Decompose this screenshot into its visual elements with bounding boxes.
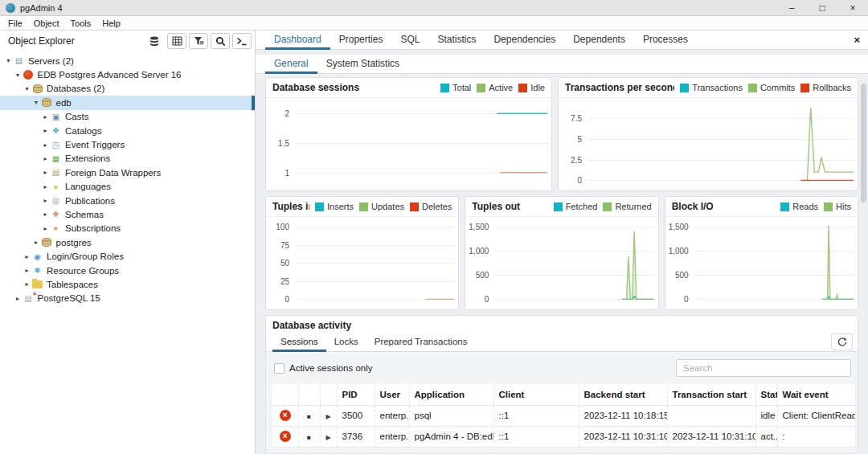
tree-item-label: Languages [62,182,111,191]
dashboard-scrollbar[interactable] [861,84,866,202]
expand-row-icon[interactable]: ▶ [326,413,330,420]
expand-row-icon[interactable]: ▶ [326,434,330,441]
collapse-arrow-icon[interactable]: ▾ [4,57,13,64]
tree-item-tablespaces[interactable]: ▸Tablespaces [0,277,255,291]
y-axis-labels: 21.51 [266,103,293,183]
expand-arrow-icon[interactable]: ▸ [41,225,50,232]
tree-item-label: Databases (2) [43,84,104,93]
menu-tools[interactable]: Tools [65,18,97,28]
maximize-button[interactable]: □ [807,0,837,15]
legend-label: Deletes [422,202,452,211]
column-header-transaction-start[interactable]: Transaction start [667,384,755,405]
menu-object[interactable]: Object [28,18,65,28]
tree-item-event-triggers[interactable]: ▸◳Event Triggers [0,137,255,151]
tab-dependents[interactable]: Dependents [564,31,634,50]
tree-item-edb[interactable]: ▾edb [0,96,255,109]
tree-item-databases-2[interactable]: ▾Databases (2) [0,82,255,96]
chart-panel-database-sessions: Database sessionsTotalActiveIdle21.51 [265,77,552,191]
expand-arrow-icon[interactable]: ▸ [41,169,50,176]
search-icon[interactable] [211,33,230,49]
activity-tab-locks[interactable]: Locks [326,333,366,352]
tree-item-extensions[interactable]: ▸▦Extensions [0,152,255,166]
panel-close-icon[interactable]: × [854,34,860,46]
tab-dashboard[interactable]: Dashboard [265,31,330,50]
expand-arrow-icon[interactable]: ▸ [41,155,50,162]
collapse-arrow-icon[interactable]: ▾ [23,85,31,92]
tab-dependencies[interactable]: Dependencies [485,31,564,50]
menu-help[interactable]: Help [96,18,126,28]
query-tool-icon[interactable] [232,33,252,49]
tab-sql[interactable]: SQL [391,31,428,50]
tree-item-edb-postgres-advanced-server-16[interactable]: ▾EDB Postgres Advanced Server 16 [0,67,255,81]
tree-item-schemas[interactable]: ▸❖Schemas [0,207,255,221]
tree-item-servers-2[interactable]: ▾▤Servers (2) [0,54,255,67]
cell-application: psql [409,405,493,426]
minimize-button[interactable]: – [776,0,807,15]
cell-application: pgAdmin 4 - DB:edb [409,426,493,447]
active-sessions-checkbox[interactable] [274,363,285,374]
expand-arrow-icon[interactable]: ▸ [41,211,50,218]
subtab-system-statistics[interactable]: System Statistics [317,55,408,74]
tab-properties[interactable]: Properties [330,31,392,50]
activity-tab-sessions[interactable]: Sessions [272,333,326,352]
y-tick-label: 0 [285,295,289,304]
chart-header-tuples-out: Tuples outFetchedReturned [465,197,657,217]
object-browser-icon[interactable] [145,33,165,49]
expand-arrow-icon[interactable]: ▸ [14,295,23,302]
tree-item-foreign-data-wrappers[interactable]: ▸▤Foreign Data Wrappers [0,166,255,179]
object-explorer-panel: Object Explorer ▾▤Servers (2)▾EDB Postgr… [0,31,256,454]
tab-processes[interactable]: Processes [634,31,697,50]
column-header-pid[interactable]: PID [337,384,375,405]
expand-arrow-icon[interactable]: ▸ [41,141,50,149]
column-header-wait-event[interactable]: Wait event [777,384,855,405]
object-explorer-title: Object Explorer [8,35,143,47]
tree-item-label: PostgreSQL 15 [35,293,100,303]
terminate-session-icon[interactable]: ■ [307,434,311,441]
tree-item-catalogs[interactable]: ▸❖Catalogs [0,124,255,137]
cell-pid: 3500 [337,405,375,426]
app-body: Object Explorer ▾▤Servers (2)▾EDB Postgr… [0,31,868,454]
sessions-search-input[interactable] [676,359,851,377]
chart-header-tuples-in: Tuples inInsertsUpdatesDeletes [266,197,458,217]
legend-entry-commits: Commits [748,83,795,92]
collapse-arrow-icon[interactable]: ▾ [14,72,23,79]
expand-arrow-icon[interactable]: ▸ [23,280,31,288]
collapse-arrow-icon[interactable]: ▾ [32,99,41,106]
cancel-query-icon[interactable]: × [280,431,291,442]
expand-arrow-icon[interactable]: ▸ [32,239,41,246]
view-data-icon[interactable] [167,33,186,49]
column-header-client[interactable]: Client [493,384,579,405]
tree-item-login-group-roles[interactable]: ▸◉Login/Group Roles [0,249,255,263]
cell-expand: ▶ [320,426,337,447]
tree-item-casts[interactable]: ▸▣Casts [0,110,255,124]
close-button[interactable]: × [837,0,868,15]
expand-arrow-icon[interactable]: ▸ [41,183,50,190]
session-row-pid-3736[interactable]: ×■▶3736enterp...pgAdmin 4 - DB:edb::1202… [272,426,855,447]
expand-arrow-icon[interactable]: ▸ [41,113,50,121]
tree-item-resource-groups[interactable]: ▸✱Resource Groups [0,264,255,277]
tree-item-postgresql-15[interactable]: ▸▤×PostgreSQL 15 [0,292,255,305]
column-header-application[interactable]: Application [409,384,493,405]
column-header-backend-start[interactable]: Backend start [579,384,667,405]
terminate-session-icon[interactable]: ■ [307,413,311,420]
activity-tab-prepared-transactions[interactable]: Prepared Transactions [366,333,476,352]
tree-item-languages[interactable]: ▸●Languages [0,180,255,194]
session-row-pid-3500[interactable]: ×■▶3500enterp...psql::12023-12-11 10:18:… [272,405,855,426]
filter-icon[interactable] [189,33,208,49]
tab-statistics[interactable]: Statistics [428,31,485,50]
y-tick-label: 5 [577,135,582,144]
legend-entry-updates: Updates [359,202,404,211]
tree-item-publications[interactable]: ▸◎Publications [0,194,255,207]
tree-item-postgres[interactable]: ▸postgres [0,235,255,249]
column-header-user[interactable]: User [375,384,409,405]
cancel-query-icon[interactable]: × [280,410,291,421]
tree-item-subscriptions[interactable]: ▸✦Subscriptions [0,222,255,235]
expand-arrow-icon[interactable]: ▸ [23,253,31,260]
expand-arrow-icon[interactable]: ▸ [41,127,50,134]
menu-file[interactable]: File [2,18,28,28]
subtab-general[interactable]: General [265,55,317,74]
expand-arrow-icon[interactable]: ▸ [41,197,50,204]
column-header-state[interactable]: State [755,384,777,405]
refresh-button[interactable] [831,333,853,350]
expand-arrow-icon[interactable]: ▸ [23,267,31,274]
